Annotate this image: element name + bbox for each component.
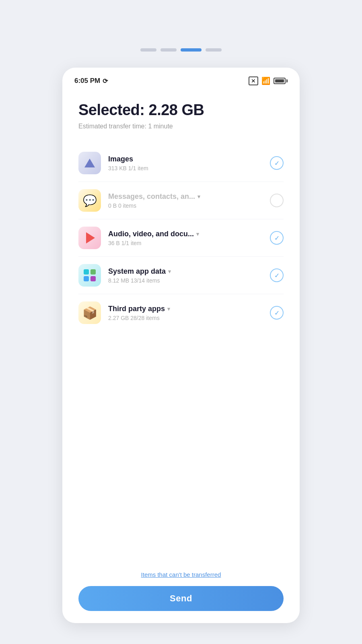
check-system[interactable]: ✓ (270, 268, 284, 282)
check-thirdparty[interactable]: ✓ (270, 306, 284, 320)
cant-transfer-link[interactable]: Items that can't be transferred (141, 571, 221, 578)
item-meta-images: 313 KB 1/1 item (108, 165, 263, 171)
messages-dropdown-arrow: ▾ (197, 194, 200, 200)
battery-container (274, 78, 288, 84)
indicator-3[interactable] (181, 48, 202, 52)
screen-record-icon: ✕ (249, 76, 258, 85)
selected-size-title: Selected: 2.28 GB (78, 101, 284, 119)
thirdparty-box-icon: 📦 (82, 306, 97, 320)
status-time: 6:05 PM ⟳ (74, 77, 108, 85)
battery-icon (274, 78, 286, 84)
messages-icon-wrap: 💬 (78, 189, 101, 212)
check-images[interactable]: ✓ (270, 156, 284, 170)
page-indicators (140, 48, 222, 52)
item-name-thirdparty: Third party apps ▾ (108, 305, 263, 313)
phone-card: 6:05 PM ⟳ ✕ 📶 Selected: 2.28 GB Estimate… (62, 68, 300, 623)
list-item[interactable]: System app data ▾ 8.12 MB 13/14 items ✓ (78, 257, 284, 294)
item-name-images: Images (108, 155, 263, 163)
audio-dropdown-arrow: ▾ (196, 231, 199, 237)
thirdparty-dropdown-arrow: ▾ (167, 306, 170, 312)
item-name-messages: Messages, contacts, an... ▾ (108, 192, 263, 201)
images-icon (84, 157, 96, 169)
item-text-system: System app data ▾ 8.12 MB 13/14 items (108, 267, 263, 284)
indicator-1[interactable] (140, 48, 156, 52)
item-meta-system: 8.12 MB 13/14 items (108, 277, 263, 284)
system-dropdown-arrow: ▾ (168, 268, 171, 275)
battery-tip (286, 79, 288, 83)
check-messages[interactable] (270, 194, 284, 207)
time-label: 6:05 PM (74, 77, 100, 85)
audio-icon-wrap (78, 227, 101, 249)
list-item[interactable]: 📦 Third party apps ▾ 2.27 GB 28/28 items… (78, 294, 284, 331)
wifi-icon: 📶 (261, 76, 270, 85)
items-list: Images 313 KB 1/1 item ✓ 💬 Messages, con… (78, 144, 284, 354)
transfer-estimate: Estimated transfer time: 1 minute (78, 123, 284, 130)
indicator-2[interactable] (160, 48, 177, 52)
thirdparty-icon-wrap: 📦 (78, 301, 101, 324)
messages-icon: 💬 (83, 194, 97, 207)
item-name-audio: Audio, video, and docu... ▾ (108, 230, 263, 238)
audio-play-icon (86, 232, 95, 244)
system-grid-icon (84, 269, 96, 281)
list-item[interactable]: Audio, video, and docu... ▾ 36 B 1/1 ite… (78, 219, 284, 257)
system-icon-wrap (78, 264, 101, 287)
indicator-4[interactable] (206, 48, 222, 52)
item-text-images: Images 313 KB 1/1 item (108, 155, 263, 171)
item-meta-thirdparty: 2.27 GB 28/28 items (108, 315, 263, 321)
item-text-messages: Messages, contacts, an... ▾ 0 B 0 items (108, 192, 263, 209)
item-meta-messages: 0 B 0 items (108, 202, 263, 209)
footer: Items that can't be transferred Send (62, 563, 300, 623)
send-button[interactable]: Send (78, 586, 284, 611)
refresh-icon: ⟳ (103, 77, 108, 85)
item-name-system: System app data ▾ (108, 267, 263, 276)
item-meta-audio: 36 B 1/1 item (108, 240, 263, 246)
item-text-audio: Audio, video, and docu... ▾ 36 B 1/1 ite… (108, 230, 263, 246)
item-text-thirdparty: Third party apps ▾ 2.27 GB 28/28 items (108, 305, 263, 321)
images-icon-wrap (78, 152, 101, 174)
svg-marker-0 (84, 159, 95, 167)
status-icons: ✕ 📶 (249, 76, 288, 85)
list-item[interactable]: 💬 Messages, contacts, an... ▾ 0 B 0 item… (78, 182, 284, 219)
check-audio[interactable]: ✓ (270, 231, 284, 245)
card-content: Selected: 2.28 GB Estimated transfer tim… (62, 89, 300, 563)
list-item[interactable]: Images 313 KB 1/1 item ✓ (78, 144, 284, 182)
status-bar: 6:05 PM ⟳ ✕ 📶 (62, 68, 300, 89)
